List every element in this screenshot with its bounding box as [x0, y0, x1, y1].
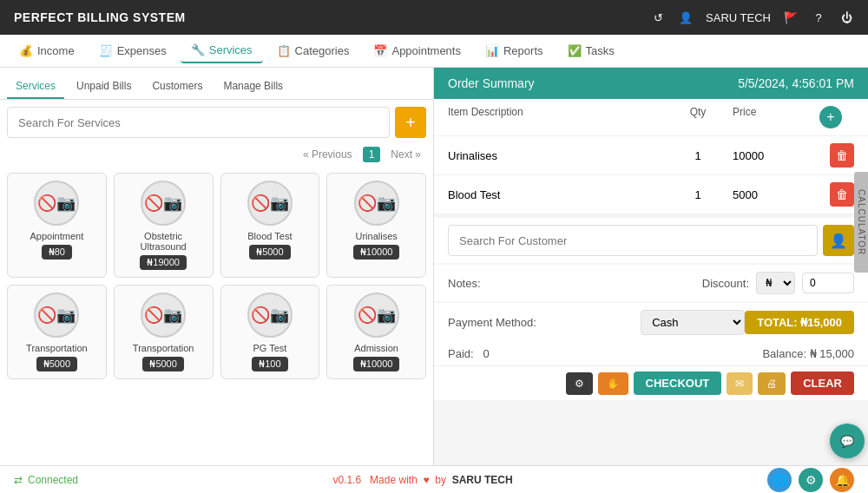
nav-tasks[interactable]: ✅ Tasks [557, 39, 625, 62]
service-card[interactable]: 🚫📷 Urinalises ₦10000 [326, 173, 426, 278]
add-item-button[interactable]: + [819, 106, 842, 128]
service-card[interactable]: 🚫📷 Obstetric Ultrasound ₦19000 [114, 173, 214, 278]
chat-float-button[interactable]: 💬 [830, 424, 865, 458]
nav-services[interactable]: 🔧 Services [181, 38, 263, 63]
col-qty-header: Qty [663, 106, 733, 128]
refresh-icon[interactable]: ↺ [650, 10, 666, 25]
service-icon-circle: 🚫📷 [34, 181, 79, 226]
made-with-label: Made with [370, 474, 418, 486]
service-price: ₦5000 [36, 357, 77, 371]
service-card[interactable]: 🚫📷 PG Test ₦100 [220, 285, 320, 379]
payment-method-select[interactable]: Cash Card Transfer [641, 310, 745, 335]
order-table: Item Description Qty Price + Urinalises … [434, 99, 868, 214]
service-name: Obstetric Ultrasound [122, 231, 206, 252]
nav-reports[interactable]: 📊 Reports [475, 39, 554, 62]
order-table-header: Item Description Qty Price + [434, 99, 868, 136]
prev-page-button[interactable]: « Previous [298, 147, 358, 162]
footer-center: v0.1.6 Made with ♥ by SARU TECH [332, 474, 512, 486]
calculator-tab[interactable]: CALCULATOR [854, 172, 868, 273]
company-name: SARU TECH [452, 474, 513, 486]
reports-icon: 📊 [485, 44, 499, 57]
item-price-bloodtest: 5000 [733, 188, 819, 201]
current-page[interactable]: 1 [363, 147, 381, 162]
user-icon[interactable]: 👤 [678, 10, 694, 25]
services-icon: 🔧 [191, 43, 205, 56]
nav-reports-label: Reports [503, 44, 543, 57]
nav-categories[interactable]: 📋 Categories [266, 39, 360, 62]
tab-manage-bills[interactable]: Manage Bills [214, 75, 292, 99]
nav-income[interactable]: 💰 Income [9, 39, 85, 62]
settings-action-button[interactable]: ⚙ [566, 372, 593, 395]
nav-services-label: Services [209, 43, 253, 56]
order-datetime: 5/5/2024, 4:56:01 PM [738, 76, 854, 90]
top-bar: PERFECT BILLING SYSTEM ↺ 👤 SARU TECH 🚩 ?… [0, 0, 868, 35]
service-card[interactable]: 🚫📷 Admission ₦10000 [326, 285, 426, 379]
payment-row: Payment Method: Cash Card Transfer TOTAL… [434, 303, 868, 342]
order-header: Order Summary 5/5/2024, 4:56:01 PM [434, 68, 868, 99]
service-icon-circle: 🚫📷 [141, 293, 186, 338]
search-input[interactable] [7, 107, 390, 138]
nav-appointments-label: Appointments [391, 44, 461, 57]
checkout-button[interactable]: CHECKOUT [634, 371, 722, 395]
footer-left: ⇄ Connected [14, 474, 78, 486]
app-title: PERFECT BILLING SYSTEM [14, 10, 186, 24]
balance-text: Balance: ₦ 15,000 [762, 347, 854, 360]
paid-balance-row: Paid: 0 Balance: ₦ 15,000 [434, 342, 868, 365]
print-button[interactable]: 🖨 [758, 372, 786, 395]
customer-search-button[interactable]: 👤 [823, 225, 854, 256]
discount-label: Discount: [702, 277, 749, 290]
service-card[interactable]: 🚫📷 Transportation ₦5000 [7, 285, 107, 379]
service-card[interactable]: 🚫📷 Transportation ₦5000 [114, 285, 214, 379]
delete-urinalises-button[interactable]: 🗑 [830, 143, 854, 168]
services-grid: 🚫📷 Appointment ₦80 🚫📷 Obstetric Ultrasou… [0, 166, 433, 386]
service-card[interactable]: 🚫📷 Blood Test ₦5000 [220, 173, 320, 278]
left-tabs: Services Unpaid Bills Customers Manage B… [0, 68, 433, 100]
order-title: Order Summary [448, 76, 535, 90]
tab-unpaid-bills[interactable]: Unpaid Bills [68, 75, 140, 99]
service-price: ₦10000 [353, 245, 400, 260]
service-icon-circle: 🚫📷 [247, 181, 293, 226]
item-name-urinalises: Urinalises [448, 149, 663, 162]
appointments-icon: 📅 [373, 44, 387, 57]
delete-bloodtest-button[interactable]: 🗑 [830, 182, 854, 207]
service-icon-circle: 🚫📷 [141, 181, 186, 226]
expenses-icon: 🧾 [99, 44, 113, 57]
nav-appointments[interactable]: 📅 Appointments [363, 39, 471, 62]
col-desc-header: Item Description [448, 106, 663, 128]
service-icon-circle: 🚫📷 [354, 181, 399, 226]
next-page-button[interactable]: Next » [385, 147, 426, 162]
flag-icon[interactable]: 🚩 [783, 10, 799, 25]
help-icon[interactable]: ? [811, 10, 826, 25]
tab-services[interactable]: Services [7, 75, 64, 99]
nav-expenses[interactable]: 🧾 Expenses [89, 39, 177, 62]
total-badge: TOTAL: ₦15,000 [745, 311, 854, 334]
service-name: Admission [354, 343, 398, 353]
notification-button[interactable]: 🔔 [830, 468, 854, 492]
action-bar: ⚙ ✋ CHECKOUT ✉ 🖨 CLEAR [434, 365, 868, 400]
service-no-image-icon: 🚫📷 [358, 306, 396, 325]
version: v0.1.6 [332, 474, 361, 486]
discount-currency-select[interactable]: ₦ % [756, 272, 795, 294]
item-qty-urinalises: 1 [663, 149, 733, 162]
service-price: ₦10000 [353, 357, 400, 371]
service-price: ₦80 [42, 245, 72, 260]
hand-action-button[interactable]: ✋ [598, 372, 628, 395]
service-price: ₦100 [252, 357, 287, 371]
customer-search-input[interactable] [448, 225, 818, 256]
service-name: Appointment [30, 231, 83, 241]
service-card[interactable]: 🚫📷 Appointment ₦80 [7, 173, 107, 278]
nav-categories-label: Categories [295, 44, 350, 57]
mail-button[interactable]: ✉ [727, 372, 753, 395]
power-icon[interactable]: ⏻ [838, 10, 854, 25]
settings-button[interactable]: ⚙ [799, 468, 823, 492]
payment-method-label: Payment Method: [448, 316, 641, 329]
translate-button[interactable]: 🌐 [767, 468, 792, 492]
search-row: + [0, 100, 433, 145]
nav-tasks-label: Tasks [586, 44, 615, 57]
tab-customers[interactable]: Customers [143, 75, 211, 99]
discount-input[interactable] [802, 273, 854, 293]
service-no-image-icon: 🚫📷 [144, 194, 182, 213]
clear-button[interactable]: CLEAR [791, 371, 854, 395]
add-service-button[interactable]: + [395, 107, 426, 138]
left-panel: Services Unpaid Bills Customers Manage B… [0, 68, 434, 465]
